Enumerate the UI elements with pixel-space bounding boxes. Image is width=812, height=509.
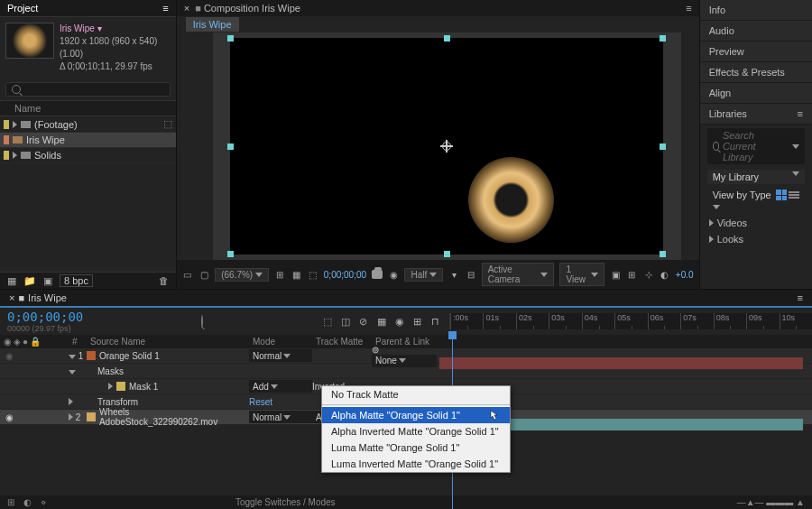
transform-handle[interactable] [660, 251, 666, 257]
flowchart-icon[interactable]: ⬚ [163, 118, 172, 130]
transform-handle[interactable] [227, 35, 234, 42]
panel-effects-presets[interactable]: Effects & Presets [700, 62, 812, 83]
screen-icon[interactable]: ▢ [198, 268, 209, 281]
pickwhip-icon[interactable]: ⊚ [372, 345, 379, 355]
panel-menu-icon[interactable]: ≡ [798, 292, 803, 303]
project-search-input[interactable] [5, 82, 171, 97]
motion-blur-icon[interactable]: ◉ [393, 315, 406, 328]
panel-info[interactable]: Info [700, 0, 812, 21]
library-section-looks[interactable]: Looks [700, 231, 812, 247]
audio-column-icon[interactable]: ◈ [14, 337, 21, 347]
comp-thumbnail[interactable] [5, 23, 54, 59]
project-row-solids[interactable]: Solids [0, 148, 176, 163]
twirl-icon[interactable] [13, 152, 17, 159]
pixel-aspect-icon[interactable]: ▣ [610, 268, 621, 281]
panel-menu-icon[interactable]: ≡ [798, 108, 803, 119]
transform-handle[interactable] [660, 143, 666, 150]
transform-handle[interactable] [444, 251, 450, 257]
graph-editor-icon[interactable]: ⊞ [411, 315, 424, 328]
twirl-icon[interactable] [69, 370, 76, 375]
guides-icon[interactable]: ⊹ [642, 268, 653, 281]
timeline-search-input[interactable] [201, 316, 203, 327]
timeline-icon[interactable]: ⊟ [465, 268, 475, 281]
fast-preview-icon[interactable]: ▾ [448, 268, 459, 281]
blend-mode-dropdown[interactable]: Normal [249, 349, 312, 362]
mask-mode-dropdown[interactable]: Add [249, 380, 312, 393]
col-source-name[interactable]: Source Name [87, 337, 249, 347]
lock-icon[interactable]: × [184, 3, 189, 14]
camera-dropdown[interactable]: Active Camera [482, 263, 555, 286]
panel-align[interactable]: Align [700, 83, 812, 104]
mask-visibility-icon[interactable]: ⬚ [308, 268, 318, 281]
list-view-icon[interactable] [789, 190, 799, 200]
track-matte-option-none[interactable]: No Track Matte [322, 386, 510, 403]
shy-icon[interactable]: ⊘ [357, 315, 370, 328]
twirl-icon[interactable] [69, 413, 73, 421]
track-matte-option-luma-inverted[interactable]: Luma Inverted Matte "Orange Solid 1" [322, 456, 510, 472]
frame-blend-icon[interactable]: ◐ [23, 497, 32, 507]
track-matte-option-alpha-inverted[interactable]: Alpha Inverted Matte "Orange Solid 1" [322, 423, 510, 440]
region-icon[interactable]: ▭ [182, 268, 193, 281]
composition-canvas[interactable] [213, 32, 681, 260]
project-panel-title[interactable]: Project ≡ [0, 0, 176, 17]
snap-icon[interactable]: ⊓ [429, 315, 442, 328]
track-matte-option-luma[interactable]: Luma Matte "Orange Solid 1" [322, 440, 510, 456]
interpret-footage-icon[interactable]: ▦ [5, 274, 18, 287]
exposure-icon[interactable]: ◐ [660, 268, 670, 281]
marker-icon[interactable]: ⋄ [41, 497, 46, 507]
video-column-icon[interactable]: ◉ [4, 337, 12, 347]
comp-mini-flowchart-icon[interactable]: ⬚ [321, 315, 334, 328]
panel-preview[interactable]: Preview [700, 42, 812, 62]
current-time-display[interactable]: 0;00;00;00 [7, 310, 83, 324]
project-row-iris-wipe[interactable]: Iris Wipe [0, 133, 176, 148]
library-search-input[interactable]: Search Current Library [707, 128, 805, 164]
blend-mode-dropdown[interactable]: Normal [249, 411, 312, 423]
twirl-icon[interactable] [13, 121, 17, 128]
new-comp-icon[interactable]: ▣ [42, 274, 54, 287]
layer-bar[interactable] [439, 357, 803, 369]
toggle-switches-modes-button[interactable]: Toggle Switches / Modes [235, 497, 336, 507]
view-by-type-dropdown[interactable]: View by Type [713, 190, 776, 211]
panel-audio[interactable]: Audio [700, 21, 812, 42]
view-count-dropdown[interactable]: 1 View [559, 263, 604, 286]
library-select-dropdown[interactable]: My Library [707, 170, 805, 184]
trash-icon[interactable]: 🗑 [158, 274, 171, 287]
solo-column-icon[interactable]: ● [23, 337, 28, 347]
composition-stage[interactable] [230, 38, 663, 255]
zoom-dropdown[interactable]: (66.7%) [215, 268, 269, 282]
transform-handle[interactable] [444, 35, 450, 42]
snapshot-icon[interactable] [372, 270, 383, 279]
twirl-icon[interactable] [108, 383, 113, 390]
anchor-point-icon[interactable] [440, 140, 453, 153]
current-time-display[interactable]: 0;00;00;00 [324, 270, 366, 280]
grid-view-icon[interactable] [776, 190, 787, 200]
transform-handle[interactable] [227, 143, 234, 150]
parent-dropdown[interactable]: None [372, 355, 437, 367]
breadcrumb-item[interactable]: Iris Wipe [186, 17, 239, 32]
lock-icon[interactable]: × [9, 292, 14, 303]
lock-column-icon[interactable]: 🔒 [30, 337, 41, 347]
panel-menu-icon[interactable]: ≡ [162, 3, 168, 14]
viewer-tab-composition[interactable]: ■ Composition Iris Wipe [195, 3, 300, 14]
frame-blend-icon[interactable]: ▦ [375, 315, 388, 328]
track-matte-option-alpha[interactable]: Alpha Matte "Orange Solid 1" [322, 407, 510, 423]
col-number[interactable]: # [69, 337, 87, 347]
zoom-slider[interactable]: —▲— ▬▬▬ ▲ [737, 497, 805, 507]
col-name-header[interactable]: Name [14, 103, 41, 114]
layer-row[interactable]: ◉ 1 Orange Solid 1 Normal ⊚ None [0, 348, 812, 364]
col-track-matte[interactable]: Track Matte [312, 337, 372, 347]
transform-handle[interactable] [227, 251, 234, 257]
channel-icon[interactable]: ◉ [388, 268, 399, 281]
exposure-value[interactable]: +0.0 [676, 270, 694, 280]
draft-3d-icon[interactable]: ◫ [339, 315, 352, 328]
timeline-tab[interactable]: × ■ Iris Wipe ≡ [0, 290, 812, 308]
expand-icon[interactable]: ⊞ [7, 497, 14, 507]
project-row-footage[interactable]: (Footage) ⬚ [0, 116, 176, 133]
new-folder-icon[interactable]: 📁 [23, 274, 36, 287]
resolution-icon[interactable]: ⊞ [274, 268, 285, 281]
twirl-icon[interactable] [69, 355, 76, 359]
mask-color-icon[interactable] [116, 382, 125, 391]
twirl-icon[interactable] [69, 398, 73, 405]
time-ruler[interactable]: :00s 01s 02s 03s 04s 05s 06s 07s 08s 09s… [450, 313, 812, 329]
transform-handle[interactable] [660, 35, 666, 42]
